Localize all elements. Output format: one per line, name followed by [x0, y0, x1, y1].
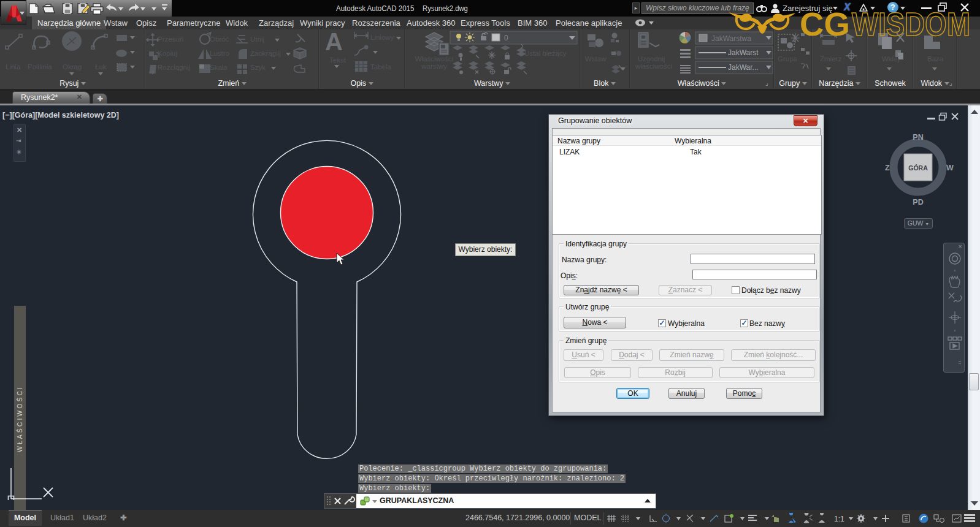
svg-text:0: 0: [504, 34, 508, 42]
svg-text:JakWarst: JakWarst: [728, 48, 759, 57]
svg-text:CG: CG: [800, 6, 850, 42]
svg-text:GÓRA: GÓRA: [908, 164, 928, 172]
svg-text:JakWar...: JakWar...: [728, 63, 759, 72]
svg-text:W: W: [946, 164, 954, 172]
svg-text:PD: PD: [913, 198, 923, 207]
svg-text:Z: Z: [885, 164, 890, 172]
svg-text:1:1: 1:1: [834, 515, 844, 523]
svg-text:WISDOM: WISDOM: [852, 6, 970, 42]
svg-text:PN: PN: [913, 133, 923, 142]
